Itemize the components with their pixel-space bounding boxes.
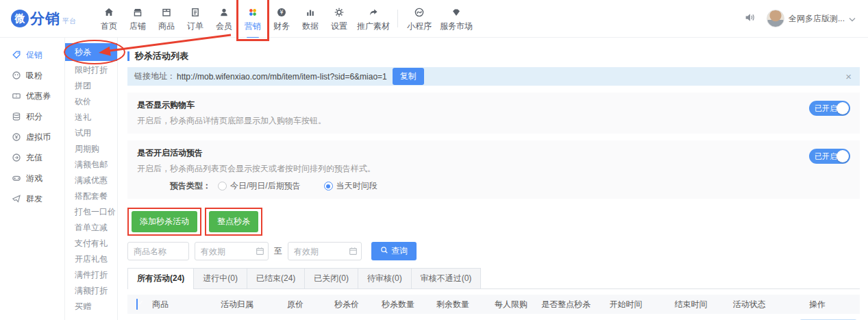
radio-group-label: 预告类型： (170, 180, 211, 192)
sidebar-item-label: 促销 (26, 49, 42, 61)
submenu-item-seckill[interactable]: 秒杀 (65, 43, 117, 61)
user-menu[interactable]: 全网多店版测... (767, 10, 856, 27)
submenu-item-trial[interactable]: 试用 (65, 125, 117, 141)
date-to-input[interactable] (288, 242, 362, 260)
home-icon (95, 7, 123, 19)
primary-sidebar: 促销 吸粉 优惠券 积分 虚拟币 充值 游戏 群发 (0, 38, 65, 320)
sidebar-item-fans[interactable]: 吸粉 (0, 65, 64, 86)
submenu-item-payment-gift[interactable]: 支付有礼 (65, 236, 117, 251)
submenu-item-bundle[interactable]: 搭配套餐 (65, 188, 117, 204)
toggle-label: 已开启 (815, 151, 837, 162)
date-from-input[interactable] (195, 242, 269, 260)
sidebar-item-game[interactable]: 游戏 (0, 168, 64, 188)
tab-in-progress[interactable]: 进行中(0) (194, 268, 247, 288)
submenu-item-store-pack[interactable]: 开店礼包 (65, 251, 117, 267)
tab-closed[interactable]: 已关闭(0) (305, 268, 358, 288)
toggle-knob (836, 150, 849, 162)
preview-type-group: 预告类型： 今日/明日/后期预告 当天时间段 (137, 180, 850, 192)
setting-desc: 开启后，秒杀商品列表页会显示按天或者按时间排列的预告样式。 (137, 163, 850, 175)
sidebar-item-broadcast[interactable]: 群发 (0, 188, 64, 209)
submenu-item-limited-discount[interactable]: 限时打折 (65, 62, 117, 78)
nav-item-marketing[interactable]: 营销 (238, 5, 267, 32)
nav-item-orders[interactable]: 订单 (181, 5, 210, 32)
cart-toggle[interactable]: 已开启 (809, 101, 850, 116)
miniprogram-icon (402, 7, 436, 19)
submenu-item-amount-discount[interactable]: 满额打折 (65, 283, 117, 299)
page-body: 促销 吸粉 优惠券 积分 虚拟币 充值 游戏 群发 (0, 38, 868, 320)
sidebar-item-label: 群发 (26, 193, 42, 205)
close-icon[interactable]: × (844, 71, 853, 82)
product-name-input[interactable] (127, 242, 189, 260)
submenu-item-group-buy[interactable]: 拼团 (65, 78, 117, 94)
sidebar-item-promotion[interactable]: 促销 (0, 45, 64, 65)
link-bar: 链接地址： http://mob.wifenxiao.com/mb/item/i… (127, 67, 860, 86)
radio-option-daily-preview[interactable]: 今日/明日/后期预告 (218, 180, 301, 192)
sidebar-item-virtual-coin[interactable]: 虚拟币 (0, 127, 64, 147)
sidebar-item-points[interactable]: 积分 (0, 106, 64, 127)
nav-item-goods[interactable]: 商品 (152, 5, 181, 32)
nav-item-miniprogram[interactable]: 小程序 (402, 5, 436, 32)
setting-card-cart: 是否显示购物车 开启后，秒杀商品详情页底部显示加入购物车按钮。 已开启 (127, 93, 860, 134)
col-start-time: 开始时间 (593, 299, 658, 310)
submenu-item-gift[interactable]: 送礼 (65, 110, 117, 125)
nav-item-settings[interactable]: 设置 (325, 5, 354, 32)
sidebar-item-label: 虚拟币 (26, 132, 51, 143)
nav-item-home[interactable]: 首页 (95, 5, 123, 32)
nav-item-finance[interactable]: ¥ 财务 (267, 5, 296, 32)
nav-label: 小程序 (407, 21, 432, 31)
submenu-item-free-shipping[interactable]: 满额包邮 (65, 157, 117, 173)
nav-label: 商品 (158, 21, 175, 31)
svg-text:¥: ¥ (280, 10, 283, 16)
hourly-seckill-button[interactable]: 整点秒杀 (209, 211, 258, 232)
submenu-item-label: 开店礼包 (75, 254, 108, 264)
nav-item-service-market[interactable]: 服务市场 (436, 5, 476, 32)
nav-label: 财务 (273, 21, 290, 31)
sidebar-item-label: 充值 (26, 152, 42, 164)
tab-pending-review[interactable]: 待审核(0) (358, 268, 412, 288)
topbar-right: 全网多店版测... (744, 10, 856, 27)
submenu-item-first-order[interactable]: 首单立减 (65, 220, 117, 236)
add-seckill-button[interactable]: 添加秒杀活动 (132, 211, 197, 232)
submenu-item-label: 送礼 (75, 112, 91, 122)
copy-button[interactable]: 复制 (393, 68, 424, 85)
submenu-item-package-price[interactable]: 打包一口价 (65, 204, 117, 220)
sidebar-item-label: 优惠券 (26, 90, 51, 102)
query-button[interactable]: 查询 (371, 242, 417, 260)
nav-label: 设置 (331, 21, 347, 31)
sidebar-item-coupon[interactable]: 优惠券 (0, 86, 64, 106)
submenu-item-bargain[interactable]: 砍价 (65, 94, 117, 110)
sidebar-item-label: 积分 (26, 111, 42, 123)
setting-card-preview: 是否开启活动预告 开启后，秒杀商品列表页会显示按天或者按时间排列的预告样式。 预… (127, 140, 860, 199)
chevron-down-icon (849, 12, 856, 25)
nav-item-members[interactable]: 会员 (210, 5, 238, 32)
radio-option-time-slot[interactable]: 当天时间段 (324, 180, 377, 192)
sidebar-item-recharge[interactable]: 充值 (0, 147, 64, 168)
action-button-row: 添加秒杀活动 整点秒杀 (127, 208, 860, 236)
select-all-checkbox[interactable] (136, 299, 138, 310)
submenu-item-full-discount[interactable]: 满减优惠 (65, 173, 117, 188)
submenu-item-qty-discount[interactable]: 满件打折 (65, 267, 117, 283)
search-row: 至 查询 (127, 242, 860, 260)
top-nav: 首页 店铺 商品 订单 会员 营销 ¥ 财务 数据 (95, 0, 476, 37)
submenu-item-label: 买赠 (75, 301, 91, 311)
preview-toggle[interactable]: 已开启 (809, 149, 850, 164)
app-logo: 微 分销 平台 (11, 9, 95, 28)
submenu-item-cycle-purchase[interactable]: 周期购 (65, 141, 117, 157)
tab-all-activities[interactable]: 所有活动(24) (127, 268, 194, 288)
tab-review-failed[interactable]: 审核不通过(0) (412, 268, 482, 288)
submenu-item-label: 满额打折 (75, 286, 108, 295)
nav-item-data[interactable]: 数据 (296, 5, 325, 32)
promotion-icon (12, 50, 21, 60)
nav-item-shop[interactable]: 店铺 (123, 5, 152, 32)
nav-item-promo-material[interactable]: 推广素材 (354, 5, 393, 32)
submenu-item-label: 搭配套餐 (75, 191, 108, 201)
submenu-item-buy-gift[interactable]: 买赠 (65, 299, 117, 315)
virtual-coin-icon (12, 132, 21, 142)
volume-icon[interactable] (744, 12, 756, 26)
setting-desc: 开启后，秒杀商品详情页底部显示加入购物车按钮。 (137, 115, 850, 127)
service-market-icon (436, 7, 476, 19)
date-from-wrap (195, 242, 269, 260)
tab-ended[interactable]: 已结束(24) (247, 268, 305, 288)
logo-badge: 微 (11, 10, 29, 27)
date-to-wrap (288, 242, 362, 260)
